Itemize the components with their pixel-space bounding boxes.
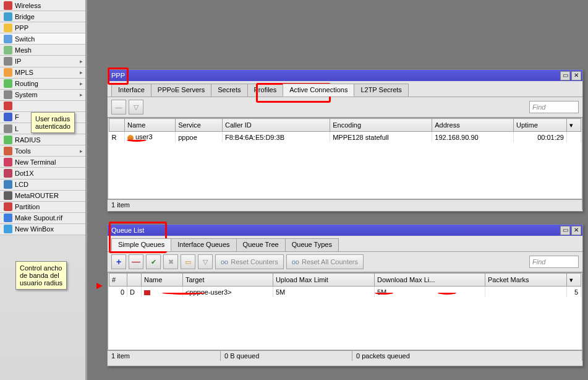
- menu-icon: [4, 169, 12, 178]
- ppp-tabs: InterfacePPPoE ServersSecretsProfilesAct…: [108, 81, 582, 97]
- sidebar-item-mesh[interactable]: Mesh: [0, 45, 85, 56]
- column-name[interactable]: Name: [142, 274, 183, 287]
- remove-button[interactable]: —: [111, 100, 126, 114]
- queue-toolbar: + — ✔ ✖ ▭ ▽ ooReset Counters ooReset All…: [108, 251, 582, 272]
- sidebar-item-label: Switch: [15, 35, 35, 43]
- menu-icon: [4, 46, 12, 54]
- sidebar-item-bridge[interactable]: Bridge: [0, 11, 85, 22]
- sidebar-item-metarouter[interactable]: MetaROUTER: [0, 191, 85, 202]
- add-button[interactable]: +: [111, 254, 126, 269]
- sidebar-item-label: L: [15, 125, 19, 132]
- sidebar-item-make-supout.rif[interactable]: Make Supout.rif: [0, 213, 85, 224]
- sidebar-item-label: F: [15, 113, 19, 121]
- enable-button[interactable]: ✔: [146, 254, 161, 269]
- disable-button[interactable]: ✖: [163, 254, 178, 269]
- column-upload-max-limit[interactable]: Upload Max Limit: [273, 274, 374, 287]
- ppp-toolbar: — ▽ Find: [108, 97, 582, 118]
- queue-titlebar[interactable]: Queue List ▭ ✕: [108, 225, 582, 236]
- tab-queue-tree[interactable]: Queue Tree: [236, 238, 286, 251]
- find-input[interactable]: Find: [529, 256, 579, 268]
- tab-queue-types[interactable]: Queue Types: [285, 238, 339, 251]
- sidebar-item-switch[interactable]: Switch: [0, 33, 85, 45]
- tab-secrets[interactable]: Secrets: [211, 84, 247, 97]
- table-row[interactable]: Ruser3pppoeF8:B4:6A:E5:D9:3BMPPE128 stat…: [109, 132, 581, 143]
- menu-icon: [4, 124, 12, 133]
- minimize-button[interactable]: ▭: [560, 226, 570, 235]
- sidebar-item-mpls[interactable]: MPLS▸: [0, 67, 85, 79]
- expand-icon: ▸: [80, 58, 83, 64]
- sidebar-item-radius[interactable]: RADIUS: [0, 134, 85, 145]
- sidebar-item-system[interactable]: System▸: [0, 90, 85, 101]
- sidebar-item-partition[interactable]: Partition: [0, 202, 85, 213]
- column--[interactable]: #: [109, 274, 127, 287]
- tab-interface[interactable]: Interface: [111, 84, 151, 97]
- sidebar-item-routing[interactable]: Routing▸: [0, 79, 85, 90]
- sidebar-item-label: Make Supout.rif: [15, 214, 62, 222]
- tab-pppoe-servers[interactable]: PPPoE Servers: [151, 84, 211, 97]
- sidebar-item-label: PPP: [15, 24, 28, 32]
- column-service[interactable]: Service: [176, 119, 223, 132]
- column-flag[interactable]: [109, 119, 125, 132]
- reset-counters-button[interactable]: ooReset Counters: [215, 254, 284, 269]
- queue-status-queued: 0 B queued: [224, 352, 259, 360]
- comment-button[interactable]: ▭: [181, 254, 195, 269]
- sidebar-item-label: Tools: [15, 147, 31, 155]
- sidebar-item-label: LCD: [15, 181, 28, 188]
- sidebar-item-label: Dot1X: [15, 170, 34, 177]
- arrow-queue-row: [96, 283, 103, 289]
- close-button[interactable]: ✕: [571, 71, 581, 80]
- menu-icon: [4, 136, 12, 144]
- close-button[interactable]: ✕: [571, 226, 581, 235]
- minimize-button[interactable]: ▭: [560, 71, 570, 80]
- sidebar-item-label: IP: [15, 58, 21, 65]
- sidebar-item-item9[interactable]: [0, 101, 85, 112]
- column-caller-id[interactable]: Caller ID: [222, 119, 330, 132]
- tab-l2tp-secrets[interactable]: L2TP Secrets: [354, 84, 408, 97]
- column-download-max-li-[interactable]: Download Max Li...: [374, 274, 485, 287]
- column-target[interactable]: Target: [182, 274, 273, 287]
- tab-profiles[interactable]: Profiles: [247, 84, 284, 97]
- column-menu[interactable]: ▾: [567, 119, 581, 132]
- queue-tabs: Simple QueuesInterface QueuesQueue TreeQ…: [108, 236, 582, 251]
- queue-grid[interactable]: #NameTargetUpload Max LimitDownload Max …: [108, 272, 582, 350]
- sidebar-item-lcd[interactable]: LCD: [0, 179, 85, 191]
- tab-simple-queues[interactable]: Simple Queues: [111, 238, 171, 251]
- ppp-grid[interactable]: NameServiceCaller IDEncodingAddressUptim…: [108, 118, 582, 199]
- sidebar-item-new-terminal[interactable]: New Terminal: [0, 157, 85, 168]
- ppp-title: PPP: [111, 72, 125, 79]
- menu-icon: [4, 147, 12, 155]
- sidebar-item-ip[interactable]: IP▸: [0, 56, 85, 67]
- column-name[interactable]: Name: [125, 119, 176, 132]
- sidebar-item-ppp[interactable]: PPP: [0, 22, 85, 33]
- menu-icon: [4, 214, 12, 222]
- sidebar-item-new-winbox[interactable]: New WinBox: [0, 224, 85, 235]
- sidebar-item-label: System: [15, 91, 38, 98]
- table-row[interactable]: 0D<pppoe-user3>5M5M5: [109, 287, 581, 298]
- menu-icon: [4, 90, 12, 99]
- sidebar-item-label: New WinBox: [15, 225, 54, 233]
- filter-button[interactable]: ▽: [198, 254, 213, 269]
- tab-active-connections[interactable]: Active Connections: [283, 84, 354, 97]
- ppp-titlebar[interactable]: PPP ▭ ✕: [108, 70, 582, 81]
- find-input[interactable]: Find: [529, 101, 579, 113]
- menu-icon: [4, 68, 12, 77]
- column-encoding[interactable]: Encoding: [330, 119, 432, 132]
- sidebar-item-tools[interactable]: Tools▸: [0, 145, 85, 157]
- expand-icon: ▸: [80, 92, 83, 98]
- column-flag[interactable]: [127, 274, 142, 287]
- tab-interface-queues[interactable]: Interface Queues: [171, 238, 236, 251]
- column-packet-marks[interactable]: Packet Marks: [485, 274, 566, 287]
- reset-all-counters-button[interactable]: ooReset All Counters: [286, 254, 364, 269]
- remove-button[interactable]: —: [129, 254, 143, 269]
- sidebar-item-wireless[interactable]: Wireless: [0, 0, 85, 11]
- filter-button[interactable]: ▽: [129, 100, 143, 114]
- column-uptime[interactable]: Uptime: [513, 119, 566, 132]
- ppp-status-items: 1 item: [111, 201, 130, 209]
- queue-statusbar: 1 item 0 B queued 0 packets queued: [108, 350, 582, 361]
- sidebar-item-dot1x[interactable]: Dot1X: [0, 168, 85, 179]
- column-address[interactable]: Address: [432, 119, 514, 132]
- expand-icon: ▸: [80, 80, 83, 87]
- queue-window: Queue List ▭ ✕ Simple QueuesInterface Qu…: [107, 224, 583, 366]
- column-menu[interactable]: ▾: [567, 274, 581, 287]
- cell-uptime: 00:01:29: [513, 132, 566, 143]
